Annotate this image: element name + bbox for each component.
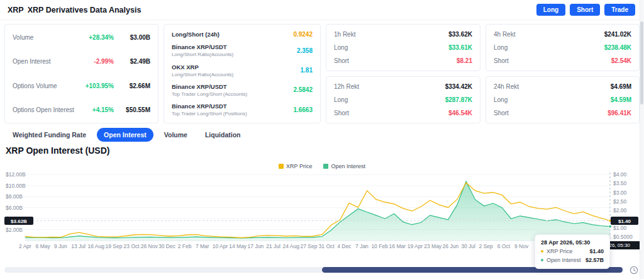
rekt-panel-4h: 4h Rekt$241.02K Long$238.48K Short$2.54K bbox=[486, 24, 640, 71]
chart-area: $12.00B$10.00B$8.00B$6.00B$4.00B$2.00B$4… bbox=[4, 170, 640, 258]
rekt-total: $334.42K bbox=[445, 83, 472, 90]
stat-row-options-volume: Options Volume +103.95% $2.66M bbox=[13, 83, 150, 89]
stat-label: Options Volume bbox=[13, 83, 75, 89]
svg-text:$12.00B: $12.00B bbox=[6, 171, 26, 178]
svg-text:$6.00B: $6.00B bbox=[6, 205, 23, 211]
svg-text:13 Jul: 13 Jul bbox=[71, 243, 86, 249]
ratio-row-okx-accounts: OKX XRP Long/Short Ratio(Accounts) 1.81 bbox=[172, 64, 313, 77]
page-scrollbar-thumb[interactable] bbox=[640, 21, 643, 105]
rekt-short-label: Short bbox=[494, 110, 509, 117]
rekt-title: 24h Rekt bbox=[494, 83, 519, 90]
svg-text:$2.50: $2.50 bbox=[613, 198, 627, 205]
volume-oi-panel: Volume +28.34% $3.00B Open Interest -2.9… bbox=[4, 24, 158, 123]
header-actions: Long Short Trade bbox=[536, 4, 635, 16]
tooltip-label: XRP Price bbox=[547, 248, 586, 254]
legend-label: XRP Price bbox=[286, 163, 312, 169]
svg-text:17 Jun: 17 Jun bbox=[248, 243, 264, 249]
svg-text:7 Mar: 7 Mar bbox=[196, 243, 209, 249]
rekt-total: $4.69M bbox=[611, 83, 631, 90]
ratio-value: 2.358 bbox=[297, 47, 313, 54]
svg-text:30 Dec: 30 Dec bbox=[158, 243, 176, 249]
page-title: XRPXRP Derivatives Data Analysis bbox=[8, 6, 141, 14]
svg-text:$3.62B: $3.62B bbox=[11, 219, 27, 224]
rekt-short-label: Short bbox=[334, 57, 349, 64]
open-interest-dot-icon bbox=[541, 259, 543, 261]
svg-text:9 Jun: 9 Jun bbox=[54, 243, 67, 249]
tooltip-label: Open Interest bbox=[547, 257, 582, 263]
ratio-value: 1.6663 bbox=[293, 106, 313, 113]
rekt-panel-12h: 12h Rekt$334.42K Long$287.87K Short$46.5… bbox=[326, 76, 480, 123]
stat-value: $2.49B bbox=[114, 58, 150, 65]
svg-text:14 May: 14 May bbox=[229, 243, 247, 249]
long-button[interactable]: Long bbox=[536, 4, 565, 16]
svg-text:19 Sep: 19 Sep bbox=[105, 243, 122, 249]
clock-icon[interactable] bbox=[630, 266, 638, 275]
svg-text:10 Feb: 10 Feb bbox=[371, 243, 388, 249]
svg-text:23 Oct: 23 Oct bbox=[124, 243, 140, 249]
svg-text:$1.00: $1.00 bbox=[613, 225, 627, 231]
page-header: XRPXRP Derivatives Data Analysis Long Sh… bbox=[0, 0, 644, 20]
rekt-panel-1h: 1h Rekt$33.62K Long$33.61K Short$8.21 bbox=[326, 24, 480, 71]
chart-title: XRP Open Interest (USD) bbox=[6, 145, 109, 156]
tab-weighted-funding-rate[interactable]: Weighted Funding Rate bbox=[6, 128, 93, 142]
stat-row-options-open-interest: Options Open Interest +4.15% $50.55M bbox=[13, 106, 150, 113]
stat-row-open-interest: Open Interest -2.99% $2.49B bbox=[13, 58, 150, 65]
svg-text:$3.50: $3.50 bbox=[613, 180, 627, 186]
svg-text:24 Aug: 24 Aug bbox=[282, 243, 299, 249]
rekt-long-label: Long bbox=[494, 44, 508, 51]
rekt-total: $241.02K bbox=[604, 31, 631, 38]
tooltip-row-price: XRP Price $1.40 bbox=[541, 248, 604, 254]
rekt-title: 4h Rekt bbox=[494, 31, 515, 38]
ratio-label: Long/Short (24h) bbox=[172, 31, 219, 38]
ratio-sublabel: Top Trader Long/Short (Accounts) bbox=[172, 91, 247, 97]
xrp-derivatives-dashboard: XRPXRP Derivatives Data Analysis Long Sh… bbox=[0, 0, 644, 279]
short-button[interactable]: Short bbox=[570, 4, 600, 16]
ratio-sublabel: Long/Short Ratio(Accounts) bbox=[172, 52, 233, 57]
svg-text:16 Mar: 16 Mar bbox=[389, 243, 406, 249]
svg-text:23 May: 23 May bbox=[424, 243, 442, 249]
svg-text:$3.00: $3.00 bbox=[613, 190, 627, 196]
stat-row-volume: Volume +28.34% $3.00B bbox=[13, 34, 150, 41]
legend-item-xrp-price[interactable]: XRP Price bbox=[279, 163, 312, 169]
svg-text:6 Oct: 6 Oct bbox=[497, 243, 511, 249]
tooltip-row-open-interest: Open Interest $2.57B bbox=[541, 257, 604, 263]
ratio-row-24h: Long/Short (24h) 0.9242 bbox=[172, 31, 313, 38]
price-dot-icon bbox=[541, 250, 543, 253]
tooltip-value: $1.40 bbox=[589, 248, 604, 254]
legend-swatch-price bbox=[279, 164, 284, 169]
ratio-row-top-trader-accounts: Binance XRP/USDT Top Trader Long/Short (… bbox=[172, 83, 313, 97]
chart-tooltip: 28 Apr 2026, 05:30 XRP Price $1.40 Open … bbox=[535, 234, 610, 269]
tab-open-interest[interactable]: Open Interest bbox=[97, 128, 153, 142]
page-title-text: XRP Derivatives Data Analysis bbox=[28, 6, 142, 14]
tab-volume[interactable]: Volume bbox=[157, 128, 194, 142]
tooltip-date: 28 Apr 2026, 05:30 bbox=[541, 239, 604, 246]
chart-legend: XRP Price Open Interest bbox=[0, 163, 644, 169]
chart-range-scrollbar[interactable] bbox=[4, 267, 624, 273]
ratio-value: 1.81 bbox=[301, 67, 313, 74]
rekt-short-label: Short bbox=[334, 110, 349, 117]
tab-liquidation[interactable]: Liquidation bbox=[198, 128, 248, 142]
svg-text:2 Apr: 2 Apr bbox=[19, 243, 31, 249]
tooltip-value: $2.57B bbox=[586, 257, 604, 263]
rekt-short-value: $46.54K bbox=[448, 110, 472, 117]
page-scrollbar[interactable] bbox=[640, 0, 644, 279]
svg-text:7 Jan: 7 Jan bbox=[355, 243, 369, 249]
svg-text:31 Oct: 31 Oct bbox=[319, 243, 335, 249]
legend-item-open-interest[interactable]: Open Interest bbox=[323, 163, 365, 169]
rekt-short-value: $2.54K bbox=[611, 57, 631, 64]
rekt-long-value: $33.61K bbox=[448, 44, 472, 51]
svg-text:$10.00B: $10.00B bbox=[6, 183, 26, 189]
ratio-value: 2.5842 bbox=[293, 86, 313, 93]
summary-panels: Volume +28.34% $3.00B Open Interest -2.9… bbox=[4, 24, 640, 123]
ratio-label: Binance XRP/USDT bbox=[172, 83, 247, 90]
stat-label: Volume bbox=[13, 34, 75, 41]
svg-text:26 Nov: 26 Nov bbox=[141, 243, 158, 249]
svg-text:10 Apr: 10 Apr bbox=[213, 243, 228, 249]
stat-change: -2.99% bbox=[75, 58, 114, 65]
rekt-title: 12h Rekt bbox=[334, 83, 359, 90]
rekt-title: 1h Rekt bbox=[334, 31, 355, 38]
svg-text:21 Jul: 21 Jul bbox=[266, 243, 280, 249]
stat-value: $2.66M bbox=[114, 83, 150, 89]
ratio-sublabel: Long/Short Ratio(Accounts) bbox=[172, 72, 233, 77]
trade-button[interactable]: Trade bbox=[604, 4, 635, 16]
